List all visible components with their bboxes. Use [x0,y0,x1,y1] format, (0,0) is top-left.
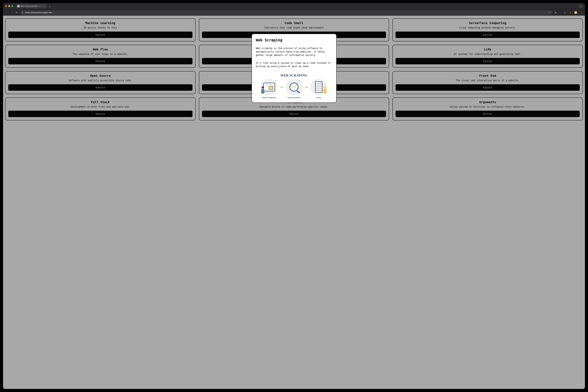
titlebar: ≡ Dev Encyclopedia; | Encyclop × + ⌄ [3,3,585,9]
tab-strip: ≡ Dev Encyclopedia; | Encyclop × + [16,4,578,8]
minimize-window-button[interactable] [8,5,10,7]
kebab-menu-icon[interactable]: ⋮ [580,11,583,14]
modal-paragraph-1: Web scraping is the process of using sof… [256,46,332,57]
modal-overlay[interactable]: Web Scraping Web scraping is the process… [3,16,585,389]
sparkle-icon: ✦ [299,79,300,82]
illustration-row: ✦ HTML WEBSITES ➔ ✦ </> WEB SCRAPING ➔ [261,79,327,95]
sparkle-icon: ✦ [275,80,276,82]
downloads-icon[interactable]: ⤓ [569,11,572,14]
dev-refresh-icon[interactable]: ◯ [563,11,567,14]
modal-paragraph-2: It's like using a vacuum to clean up a r… [256,61,332,68]
site-settings-icon[interactable]: ⚙ [22,12,23,14]
separator: | [560,11,561,14]
illus-label-left: HTML WEBSITES [262,97,276,98]
tabs-dropdown-button[interactable]: ⌄ [579,4,583,8]
server-icon [315,81,322,93]
bookmark-star-icon[interactable]: ☆ [547,11,551,14]
person-icon [260,86,265,94]
viewport: Machine LearningAI exists thanks to this… [3,16,585,389]
illus-data: ✦ DATA [310,79,327,95]
chevron-down-icon: ⌄ [580,5,581,7]
modal-title: Web Scraping [256,38,332,42]
maximize-window-button[interactable] [11,5,13,7]
toolbar-right: ⧉ | ◯ ⤓ ⋮ [554,11,583,14]
illus-label-mid: WEB SCRAPING [288,97,300,98]
browser-window: ≡ Dev Encyclopedia; | Encyclop × + ⌄ ← →… [3,3,585,389]
sparkle-icon: ✦ [314,80,315,82]
modal-illustration: WEB SCRAPING ✦ HTML WEBSITES ➔ ✦ </> [256,74,332,100]
arrow-right-icon: ➔ [280,84,283,90]
browser-tab[interactable]: ≡ Dev Encyclopedia; | Encyclop × [16,4,46,8]
address-bar[interactable]: ⚙ https://devpedia.pages.dev ☆ [20,10,553,15]
illus-label-right: DATA [317,97,321,98]
tab-title: Dev Encyclopedia; | Encyclop [21,5,42,7]
window-controls [5,5,13,7]
illus-html-websites: ✦ HTML WEBSITES [261,79,278,95]
url-text: https://devpedia.pages.dev [25,11,546,14]
close-window-button[interactable] [5,5,7,7]
back-button[interactable]: ← [5,11,8,14]
profile-avatar[interactable] [574,11,577,14]
close-tab-button[interactable]: × [43,5,45,7]
explain-modal: Web Scraping Web scraping is the process… [252,34,336,103]
magnifier-icon: </> [290,82,298,92]
arrow-right-icon: ➔ [305,84,308,90]
forward-button[interactable]: → [10,11,13,14]
tab-favicon-icon: ≡ [17,5,19,7]
reload-button[interactable]: ⟳ [15,11,18,14]
extensions-icon[interactable]: ⧉ [554,11,557,14]
illustration-title: WEB SCRAPING [280,74,308,78]
code-glyph: </> [292,86,296,88]
illus-web-scraping: ✦ </> WEB SCRAPING [286,79,302,95]
new-tab-button[interactable]: + [48,4,52,8]
toolbar: ← → ⟳ ⚙ https://devpedia.pages.dev ☆ ⧉ |… [3,9,585,16]
person-icon [322,86,327,94]
